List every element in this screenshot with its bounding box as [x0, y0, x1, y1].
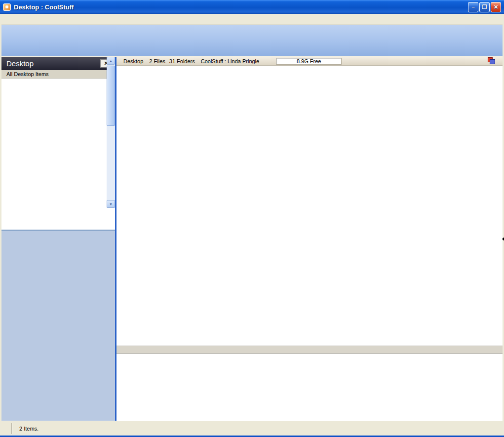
- close-button[interactable]: ✕: [491, 2, 501, 12]
- sidebar-divider: [1, 230, 115, 231]
- list-header[interactable]: [116, 346, 503, 354]
- account-name: CoolStuff : Linda Pringle: [201, 58, 259, 64]
- folder-count: 31 Folders: [169, 58, 195, 64]
- desktop-tree: [1, 79, 115, 230]
- toolbar: [1, 25, 503, 56]
- title-bar[interactable]: Desktop : CoolStuff – ❐ ✕: [0, 0, 504, 14]
- tree-scrollbar[interactable]: ▲ ▼: [107, 57, 115, 208]
- split-view-icon[interactable]: [488, 57, 496, 65]
- selected-shortcut-marker: [502, 236, 504, 242]
- application-window: Desktop : CoolStuff – ❐ ✕ Desktop ✕ All …: [0, 0, 504, 437]
- menu-bar: [1, 14, 503, 25]
- scroll-down-button[interactable]: ▼: [107, 200, 115, 208]
- window-title: Desktop : CoolStuff: [14, 3, 467, 11]
- tree-filter-label: All Desktop Items: [1, 70, 115, 79]
- app-icon: [3, 3, 11, 11]
- container-title: Desktop: [123, 58, 143, 64]
- statusbar-divider: [11, 423, 12, 434]
- container-header-bar: Desktop 2 Files 31 Folders CoolStuff : L…: [116, 57, 503, 66]
- main-area: Desktop 2 Files 31 Folders CoolStuff : L…: [116, 57, 503, 421]
- sidebar-header: Desktop ✕: [1, 57, 115, 70]
- scroll-up-button[interactable]: ▲: [107, 57, 115, 65]
- minimize-button[interactable]: –: [468, 2, 478, 12]
- status-bar: 2 Items.: [1, 421, 503, 436]
- sidebar-panel-title: Desktop: [6, 59, 100, 68]
- file-list: [116, 346, 503, 421]
- scroll-thumb[interactable]: [107, 66, 115, 126]
- file-count: 2 Files: [149, 58, 165, 64]
- sidebar-panel: Desktop ✕ All Desktop Items ▲ ▼: [1, 57, 116, 421]
- free-space-indicator: 8.9G Free: [276, 58, 342, 65]
- desktop-icon-canvas: [116, 66, 503, 346]
- maximize-button[interactable]: ❐: [479, 2, 490, 12]
- item-count-text: 2 Items.: [19, 426, 39, 432]
